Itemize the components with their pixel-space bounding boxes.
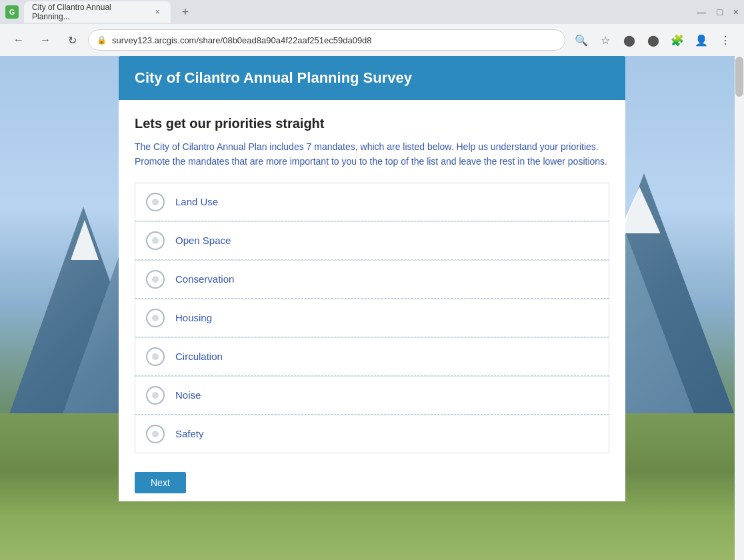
scrollbar[interactable]: [735, 56, 744, 560]
account-icon[interactable]: 👤: [691, 29, 712, 51]
nav-right-icons: 🔍 ☆ ⬤ ⬤ 🧩 👤 ⋮: [571, 29, 736, 51]
ranking-item-noise[interactable]: Noise: [135, 376, 609, 415]
search-icon[interactable]: 🔍: [571, 29, 592, 51]
extensions-puzzle-icon[interactable]: 🧩: [667, 29, 688, 51]
maximize-button[interactable]: □: [717, 7, 722, 17]
item-label-circulation: Circulation: [175, 351, 223, 362]
drag-handle-land-use[interactable]: [146, 193, 165, 211]
extensions-icon[interactable]: ⬤: [619, 29, 640, 51]
survey-body: Lets get our priorities straight The Cit…: [119, 100, 625, 464]
minimize-button[interactable]: —: [697, 7, 706, 17]
title-bar: G City of Cilantro Annual Planning... × …: [0, 0, 744, 24]
survey-container: City of Cilantro Annual Planning Survey …: [119, 56, 625, 501]
ranking-item-conservation[interactable]: Conservation: [135, 260, 609, 299]
survey-header: City of Cilantro Annual Planning Survey: [119, 56, 625, 100]
survey-title: City of Cilantro Annual Planning Survey: [135, 69, 412, 86]
drag-handle-inner-open-space: [152, 237, 159, 244]
ranking-item-land-use[interactable]: Land Use: [135, 183, 609, 221]
address-bar[interactable]: 🔒 survey123.arcgis.com/share/08b0ead8a90…: [88, 29, 565, 51]
menu-icon[interactable]: ⋮: [715, 29, 736, 51]
section-title: Lets get our priorities straight: [135, 116, 609, 131]
back-button[interactable]: ←: [8, 29, 29, 51]
section-description: The City of Cilantro Annual Plan include…: [135, 139, 609, 169]
item-label-housing: Housing: [175, 312, 212, 323]
drag-handle-housing[interactable]: [146, 309, 165, 327]
ranking-item-circulation[interactable]: Circulation: [135, 337, 609, 376]
browser-chrome: G City of Cilantro Annual Planning... × …: [0, 0, 744, 57]
drag-handle-inner-noise: [152, 392, 159, 399]
drag-handle-open-space[interactable]: [146, 231, 165, 250]
reload-button[interactable]: ↻: [61, 29, 83, 51]
ranking-item-housing[interactable]: Housing: [135, 299, 609, 337]
forward-button[interactable]: →: [35, 29, 56, 51]
tab-title: City of Cilantro Annual Planning...: [32, 3, 147, 21]
window-controls: — □ ×: [697, 7, 739, 17]
new-tab-button[interactable]: +: [176, 3, 195, 21]
nav-bar: ← → ↻ 🔒 survey123.arcgis.com/share/08b0e…: [0, 24, 744, 56]
browser-tab[interactable]: City of Cilantro Annual Planning... ×: [24, 1, 171, 23]
item-label-noise: Noise: [175, 389, 201, 401]
item-label-open-space: Open Space: [175, 235, 231, 246]
drag-handle-safety[interactable]: [146, 425, 165, 443]
close-button[interactable]: ×: [733, 7, 739, 17]
ranking-item-safety[interactable]: Safety: [135, 415, 609, 453]
drag-handle-inner-housing: [152, 315, 159, 321]
drag-handle-inner-safety: [152, 431, 159, 437]
next-button-area: Next: [119, 464, 625, 501]
drag-handle-circulation[interactable]: [146, 347, 165, 366]
ranking-item-open-space[interactable]: Open Space: [135, 221, 609, 260]
drag-handle-inner-land-use: [152, 199, 159, 205]
ranking-list: Land UseOpen SpaceConservationHousingCir…: [135, 183, 609, 453]
lock-icon: 🔒: [97, 35, 107, 45]
url-text: survey123.arcgis.com/share/08b0ead8a90a4…: [112, 35, 372, 45]
bookmark-icon[interactable]: ☆: [595, 29, 616, 51]
next-button[interactable]: Next: [135, 472, 186, 493]
item-label-land-use: Land Use: [175, 196, 218, 207]
profile-icon[interactable]: ⬤: [643, 29, 664, 51]
drag-handle-noise[interactable]: [146, 386, 165, 405]
drag-handle-inner-circulation: [152, 353, 159, 360]
item-label-safety: Safety: [175, 428, 204, 439]
drag-handle-inner-conservation: [152, 276, 159, 283]
scrollbar-thumb[interactable]: [735, 57, 743, 97]
item-label-conservation: Conservation: [175, 273, 234, 285]
tab-close-button[interactable]: ×: [153, 7, 163, 17]
browser-icon: G: [5, 5, 19, 19]
drag-handle-conservation[interactable]: [146, 270, 165, 289]
